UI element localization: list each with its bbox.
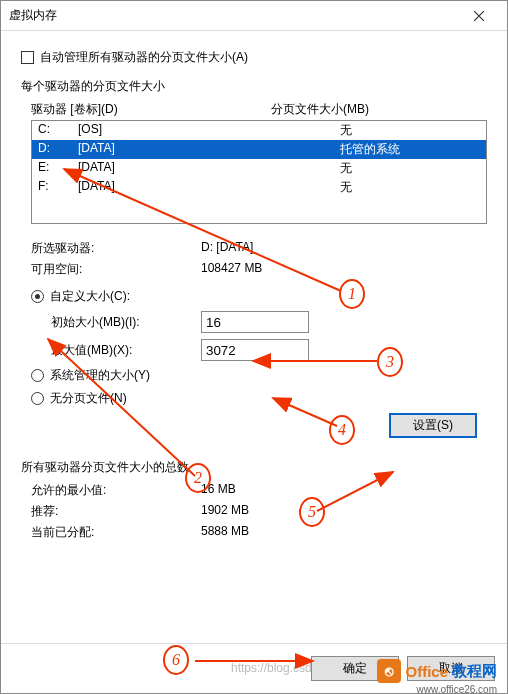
annotation-circle-1: 1 — [339, 279, 365, 309]
annotation-circle-6: 6 — [163, 645, 189, 675]
radio-icon — [31, 392, 44, 405]
drive-letter: C: — [38, 122, 78, 139]
selected-drive-value: D: [DATA] — [201, 240, 253, 257]
annotation-circle-2: 2 — [185, 463, 211, 493]
initial-size-label: 初始大小(MB)(I): — [51, 314, 201, 331]
drive-list[interactable]: C: [OS] 无 D: [DATA] 托管的系统 E: [DATA] 无 F:… — [31, 120, 487, 224]
free-space-label: 可用空间: — [31, 261, 201, 278]
auto-manage-checkbox[interactable]: 自动管理所有驱动器的分页文件大小(A) — [21, 49, 487, 66]
header-drive: 驱动器 [卷标](D) — [31, 101, 271, 118]
close-icon — [474, 11, 484, 21]
auto-manage-label: 自动管理所有驱动器的分页文件大小(A) — [40, 49, 248, 66]
initial-size-input[interactable] — [201, 311, 309, 333]
checkbox-icon — [21, 51, 34, 64]
each-drive-label: 每个驱动器的分页文件大小 — [21, 78, 487, 95]
no-paging-label: 无分页文件(N) — [50, 390, 127, 407]
no-paging-radio[interactable]: 无分页文件(N) — [31, 390, 487, 407]
system-managed-label: 系统管理的大小(Y) — [50, 367, 150, 384]
drive-label: [DATA] — [78, 160, 340, 177]
drive-row[interactable]: D: [DATA] 托管的系统 — [32, 140, 486, 159]
totals-label: 所有驱动器分页文件大小的总数 — [21, 459, 487, 476]
drive-row[interactable]: E: [DATA] 无 — [32, 159, 486, 178]
faint-watermark-text: https://blog.csd — [231, 661, 312, 675]
drive-letter: F: — [38, 179, 78, 196]
min-label: 允许的最小值: — [31, 482, 201, 499]
watermark-url: www.office26.com — [417, 684, 497, 694]
max-size-label: 最大值(MB)(X): — [51, 342, 201, 359]
cancel-button[interactable]: 取消 — [407, 656, 495, 681]
drive-size: 托管的系统 — [340, 141, 480, 158]
drive-row[interactable]: F: [DATA] 无 — [32, 178, 486, 197]
window-title: 虚拟内存 — [9, 7, 459, 24]
drive-row[interactable]: C: [OS] 无 — [32, 121, 486, 140]
cur-label: 当前已分配: — [31, 524, 201, 541]
drive-letter: E: — [38, 160, 78, 177]
titlebar: 虚拟内存 — [1, 1, 507, 31]
annotation-circle-4: 4 — [329, 415, 355, 445]
system-managed-radio[interactable]: 系统管理的大小(Y) — [31, 367, 487, 384]
annotation-circle-3: 3 — [377, 347, 403, 377]
drive-letter: D: — [38, 141, 78, 158]
header-size: 分页文件大小(MB) — [271, 101, 369, 118]
close-button[interactable] — [459, 1, 499, 31]
set-button[interactable]: 设置(S) — [389, 413, 477, 438]
dialog-content: 自动管理所有驱动器的分页文件大小(A) 每个驱动器的分页文件大小 驱动器 [卷标… — [1, 31, 507, 595]
cur-value: 5888 MB — [201, 524, 249, 541]
drive-label: [OS] — [78, 122, 340, 139]
selected-drive-label: 所选驱动器: — [31, 240, 201, 257]
ok-button[interactable]: 确定 — [311, 656, 399, 681]
drive-size: 无 — [340, 160, 480, 177]
drive-size: 无 — [340, 179, 480, 196]
free-space-value: 108427 MB — [201, 261, 262, 278]
max-size-input[interactable] — [201, 339, 309, 361]
annotation-circle-5: 5 — [299, 497, 325, 527]
rec-label: 推荐: — [31, 503, 201, 520]
radio-icon — [31, 369, 44, 382]
rec-value: 1902 MB — [201, 503, 249, 520]
custom-size-label: 自定义大小(C): — [50, 288, 130, 305]
radio-icon — [31, 290, 44, 303]
drive-label: [DATA] — [78, 141, 340, 158]
custom-size-radio[interactable]: 自定义大小(C): — [31, 288, 487, 305]
drive-list-header: 驱动器 [卷标](D) 分页文件大小(MB) — [31, 101, 487, 118]
drive-label: [DATA] — [78, 179, 340, 196]
drive-size: 无 — [340, 122, 480, 139]
